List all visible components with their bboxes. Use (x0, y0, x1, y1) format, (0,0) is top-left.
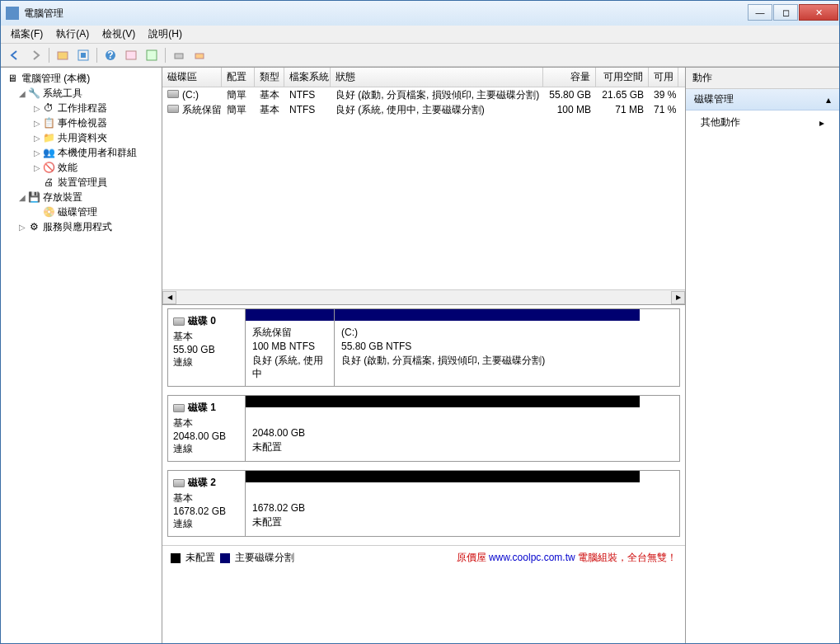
volume-rows: (C:) 簡單 基本 NTFS 良好 (啟動, 分頁檔案, 損毀傾印, 主要磁碟… (162, 87, 685, 289)
actions-group[interactable]: 磁碟管理 ▴ (686, 89, 839, 110)
content: 🖥電腦管理 (本機) ◢🔧系統工具 ▷⏱工作排程器 ▷📋事件檢視器 ▷📁共用資料… (1, 67, 839, 643)
legend-swatch-primary (220, 553, 230, 563)
services-icon: ⚙ (27, 221, 40, 233)
forward-button[interactable] (26, 46, 45, 64)
col-capacity[interactable]: 容量 (543, 68, 596, 87)
drive-icon (167, 90, 179, 98)
disk-icon (173, 479, 185, 487)
toolbar-icon-4[interactable] (143, 46, 161, 64)
tree-root[interactable]: 🖥電腦管理 (本機) (2, 71, 160, 86)
computer-icon: 🖥 (6, 73, 19, 84)
legend-unalloc: 未配置 (185, 551, 215, 565)
volume-row[interactable]: (C:) 簡單 基本 NTFS 良好 (啟動, 分頁檔案, 損毀傾印, 主要磁碟… (162, 87, 685, 102)
disk-info: 磁碟 1基本2048.00 GB連線 (167, 395, 245, 462)
svg-rect-2 (81, 53, 86, 58)
clock-icon: ⏱ (42, 102, 55, 114)
partition[interactable]: 1678.02 GB未配置 (246, 471, 640, 536)
partition[interactable]: (C:)55.80 GB NTFS良好 (啟動, 分頁檔案, 損毀傾印, 主要磁… (335, 309, 640, 386)
scroll-right-icon[interactable]: ▶ (671, 291, 685, 304)
menu-view[interactable]: 檢視(V) (97, 26, 140, 43)
partition-header (246, 396, 640, 407)
app-icon (6, 7, 19, 20)
disk-row[interactable]: 磁碟 2基本1678.02 GB連線 1678.02 GB未配置 (167, 470, 680, 537)
svg-rect-8 (195, 54, 204, 59)
toolbar-icon-2[interactable] (74, 46, 92, 64)
disk-row[interactable]: 磁碟 0基本55.90 GB連線系統保留100 MB NTFS良好 (系統, 使… (167, 308, 680, 387)
scroll-left-icon[interactable]: ◀ (162, 291, 176, 304)
tree-shared-folders[interactable]: ▷📁共用資料夾 (2, 130, 160, 145)
tree-device-manager[interactable]: 🖨裝置管理員 (2, 175, 160, 190)
toolbar: ? (1, 44, 839, 67)
promo-text: 原價屋 www.coolpc.com.tw 電腦組裝，全台無雙！ (457, 551, 677, 565)
disk-info: 磁碟 0基本55.90 GB連線 (167, 308, 245, 387)
tree-systools[interactable]: ◢🔧系統工具 (2, 86, 160, 101)
partition-body: 1678.02 GB未配置 (246, 482, 640, 534)
disk-row[interactable]: 磁碟 1基本2048.00 GB連線 2048.00 GB未配置 (167, 395, 680, 462)
tree-task-scheduler[interactable]: ▷⏱工作排程器 (2, 101, 160, 115)
col-fs[interactable]: 檔案系統 (284, 68, 331, 87)
legend-primary: 主要磁碟分割 (235, 551, 294, 565)
menubar: 檔案(F) 執行(A) 檢視(V) 說明(H) (1, 26, 839, 44)
partition-body: 2048.00 GB未配置 (246, 407, 640, 458)
disk-info: 磁碟 2基本1678.02 GB連線 (167, 470, 245, 537)
col-status[interactable]: 狀態 (331, 68, 543, 87)
chevron-right-icon: ▸ (819, 117, 824, 129)
nav-tree[interactable]: 🖥電腦管理 (本機) ◢🔧系統工具 ▷⏱工作排程器 ▷📋事件檢視器 ▷📁共用資料… (1, 68, 162, 643)
promo-link[interactable]: www.coolpc.com.tw (489, 552, 575, 563)
col-free[interactable]: 可用空間 (596, 68, 649, 87)
collapse-icon[interactable]: ▴ (826, 94, 831, 106)
menu-help[interactable]: 說明(H) (143, 26, 187, 43)
col-layout[interactable]: 配置 (222, 68, 255, 87)
tree-services-apps[interactable]: ▷⚙服務與應用程式 (2, 219, 160, 234)
minimize-button[interactable]: — (748, 4, 772, 21)
partition[interactable]: 系統保留100 MB NTFS良好 (系統, 使用中 (246, 309, 335, 386)
partition-body: 系統保留100 MB NTFS良好 (系統, 使用中 (246, 321, 334, 386)
volume-row[interactable]: 系統保留 簡單 基本 NTFS 良好 (系統, 使用中, 主要磁碟分割) 100… (162, 102, 685, 117)
tree-event-viewer[interactable]: ▷📋事件檢視器 (2, 115, 160, 130)
svg-text:?: ? (107, 49, 113, 61)
svg-rect-7 (175, 54, 183, 59)
disk-partitions: 系統保留100 MB NTFS良好 (系統, 使用中(C:)55.80 GB N… (245, 308, 680, 387)
actions-more[interactable]: 其他動作 ▸ (686, 110, 839, 134)
toolbar-icon-6[interactable] (190, 46, 209, 64)
partition[interactable]: 2048.00 GB未配置 (246, 396, 640, 461)
actions-header: 動作 (686, 68, 839, 89)
disk-partitions: 1678.02 GB未配置 (245, 470, 680, 537)
volume-list[interactable]: 磁碟區 配置 類型 檔案系統 狀態 容量 可用空間 可用 (C:) 簡單 基本 … (162, 68, 685, 305)
back-button[interactable] (6, 46, 24, 64)
tools-icon: 🔧 (27, 87, 40, 99)
tree-disk-management[interactable]: 📀磁碟管理 (2, 204, 160, 219)
window-title: 電腦管理 (24, 7, 747, 21)
toolbar-icon-3[interactable] (122, 46, 140, 64)
window: 電腦管理 — ◻ ✕ 檔案(F) 執行(A) 檢視(V) 說明(H) ? 🖥電腦… (0, 0, 840, 644)
disk-icon: 📀 (42, 206, 55, 218)
maximize-button[interactable]: ◻ (773, 4, 798, 21)
event-icon: 📋 (42, 117, 55, 129)
disk-graphical-view: 磁碟 0基本55.90 GB連線系統保留100 MB NTFS良好 (系統, 使… (162, 305, 685, 643)
legend-swatch-unalloc (171, 553, 181, 563)
titlebar[interactable]: 電腦管理 — ◻ ✕ (1, 1, 839, 26)
toolbar-icon-5[interactable] (170, 46, 188, 64)
disk-partitions: 2048.00 GB未配置 (245, 395, 680, 462)
tree-local-users[interactable]: ▷👥本機使用者和群組 (2, 145, 160, 160)
svg-rect-5 (126, 51, 136, 59)
horizontal-scrollbar[interactable]: ◀ ▶ (162, 289, 685, 304)
main-pane: 磁碟區 配置 類型 檔案系統 狀態 容量 可用空間 可用 (C:) 簡單 基本 … (162, 68, 686, 643)
tree-storage[interactable]: ◢💾存放裝置 (2, 190, 160, 204)
toolbar-icon-1[interactable] (54, 46, 72, 64)
menu-file[interactable]: 檔案(F) (6, 26, 48, 43)
tree-performance[interactable]: ▷🚫效能 (2, 160, 160, 175)
column-headers[interactable]: 磁碟區 配置 類型 檔案系統 狀態 容量 可用空間 可用 (162, 68, 685, 87)
disk-icon (173, 404, 185, 412)
partition-body: (C:)55.80 GB NTFS良好 (啟動, 分頁檔案, 損毀傾印, 主要磁… (335, 321, 640, 372)
col-pct[interactable]: 可用 (649, 68, 678, 87)
col-volume[interactable]: 磁碟區 (162, 68, 222, 87)
help-icon[interactable]: ? (101, 46, 120, 64)
partition-header (246, 471, 640, 482)
perf-icon: 🚫 (42, 162, 55, 173)
col-type[interactable]: 類型 (255, 68, 284, 87)
menu-action[interactable]: 執行(A) (51, 26, 94, 43)
close-button[interactable]: ✕ (799, 4, 838, 21)
users-icon: 👥 (42, 147, 55, 158)
drive-icon (167, 105, 179, 113)
